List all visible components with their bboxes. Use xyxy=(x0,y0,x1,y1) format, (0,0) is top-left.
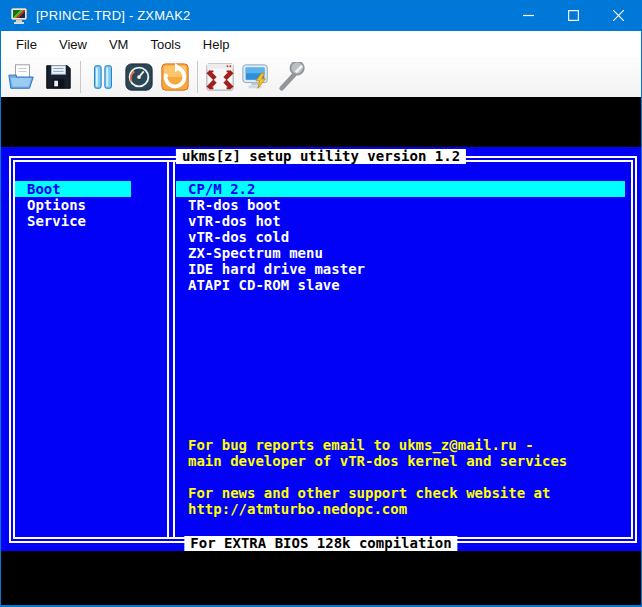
menu-bar: File View VM Tools Help xyxy=(1,31,641,57)
emulated-screen[interactable]: ukms[z] setup utility version 1.2 Boot O… xyxy=(1,147,641,551)
boot-option-vtr-cold[interactable]: vTR-dos cold xyxy=(176,229,625,245)
close-button[interactable] xyxy=(596,0,641,31)
status-line: For EXTRA BIOS 128k compilation xyxy=(184,536,457,551)
minimize-button[interactable] xyxy=(506,0,551,31)
menu-item-service[interactable]: Service xyxy=(15,213,131,229)
save-button[interactable] xyxy=(40,59,76,95)
menu-vm[interactable]: VM xyxy=(98,33,140,56)
menu-item-boot[interactable]: Boot xyxy=(15,181,131,197)
fullscreen-button[interactable] xyxy=(202,59,238,95)
info-line: main developer of vTR-dos kernel and ser… xyxy=(176,453,567,469)
fullscreen-icon xyxy=(205,62,235,92)
minimize-icon xyxy=(523,10,534,21)
boot-options-list: CP/M 2.2 TR-dos boot vTR-dos hot vTR-dos… xyxy=(176,181,625,293)
emulator-display: ukms[z] setup utility version 1.2 Boot O… xyxy=(1,97,641,605)
category-menu: Boot Options Service xyxy=(15,181,131,229)
close-icon xyxy=(613,10,624,21)
info-text: For bug reports email to ukms_z@mail.ru … xyxy=(176,437,567,517)
power-icon xyxy=(241,62,271,92)
speed-icon xyxy=(124,62,154,92)
info-line: For news and other support check website… xyxy=(176,485,567,501)
boot-option-cpm[interactable]: CP/M 2.2 xyxy=(176,181,625,197)
save-icon xyxy=(43,62,73,92)
info-line: For bug reports email to ukms_z@mail.ru … xyxy=(176,437,567,453)
maximize-button[interactable] xyxy=(551,0,596,31)
boot-option-ide[interactable]: IDE hard drive master xyxy=(176,261,625,277)
window-title: [PRINCE.TRD] - ZXMAK2 xyxy=(36,8,190,23)
open-button[interactable] xyxy=(4,59,40,95)
power-button[interactable] xyxy=(238,59,274,95)
setup-title: ukms[z] setup utility version 1.2 xyxy=(176,149,466,164)
open-icon xyxy=(7,62,37,92)
menu-view[interactable]: View xyxy=(48,33,98,56)
boot-option-trdos[interactable]: TR-dos boot xyxy=(176,197,625,213)
info-line xyxy=(176,469,567,485)
settings-button[interactable] xyxy=(274,59,310,95)
pane-divider xyxy=(167,162,175,537)
boot-option-zx-menu[interactable]: ZX-Spectrum menu xyxy=(176,245,625,261)
toolbar xyxy=(1,57,641,97)
info-line: http://atmturbo.nedopc.com xyxy=(176,501,567,517)
toolbar-separator xyxy=(197,61,198,93)
menu-file[interactable]: File xyxy=(5,33,48,56)
pause-icon xyxy=(88,62,118,92)
boot-option-vtr-hot[interactable]: vTR-dos hot xyxy=(176,213,625,229)
pause-button[interactable] xyxy=(85,59,121,95)
maximize-icon xyxy=(568,10,579,21)
speed-button[interactable] xyxy=(121,59,157,95)
menu-item-options[interactable]: Options xyxy=(15,197,131,213)
settings-icon xyxy=(277,62,307,92)
menu-tools[interactable]: Tools xyxy=(139,33,191,56)
app-icon xyxy=(10,8,28,24)
app-window: [PRINCE.TRD] - ZXMAK2 File View VM Tools… xyxy=(0,0,642,607)
reset-icon xyxy=(160,62,190,92)
title-bar: [PRINCE.TRD] - ZXMAK2 xyxy=(1,0,641,31)
toolbar-separator xyxy=(80,61,81,93)
menu-help[interactable]: Help xyxy=(192,33,241,56)
reset-button[interactable] xyxy=(157,59,193,95)
boot-option-atapi[interactable]: ATAPI CD-ROM slave xyxy=(176,277,625,293)
